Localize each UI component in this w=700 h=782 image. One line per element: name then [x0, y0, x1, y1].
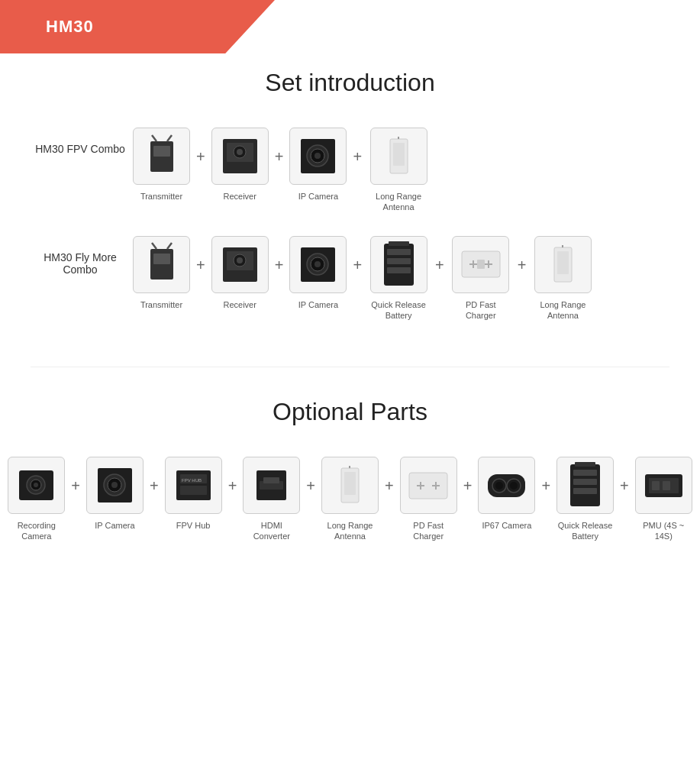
flymore-transmitter-label: Transmitter [140, 299, 182, 310]
opt-ipcamera-block: IP Camera [86, 457, 144, 531]
opt-recording-camera-block: Recording Camera [8, 457, 65, 542]
flymore-antenna-label: Long Range Antenna [532, 299, 593, 322]
svg-rect-57 [344, 472, 356, 495]
opt-plus-5: + [382, 457, 397, 495]
flymore-antenna-block: Long Range Antenna [532, 236, 593, 322]
svg-line-2 [167, 135, 172, 141]
svg-rect-31 [387, 267, 411, 273]
svg-line-1 [152, 135, 156, 141]
opt-ipcamera-label: IP Camera [95, 520, 134, 531]
svg-rect-29 [387, 249, 411, 255]
opt-antenna-block: Long Range Antenna [321, 457, 379, 542]
flymore-combo-label: HM30 Fly More Combo [31, 236, 130, 276]
svg-rect-72 [573, 479, 597, 485]
svg-point-44 [34, 483, 38, 487]
opt-recording-camera-label: Recording Camera [8, 520, 65, 542]
opt-plus-4: + [303, 457, 318, 495]
svg-rect-18 [153, 254, 170, 264]
fpv-ipcamera-block: IP Camera [289, 128, 347, 202]
opt-ipcamera-img [86, 457, 144, 514]
opt-ip67-img [478, 457, 535, 514]
fpv-ipcamera-img [289, 128, 347, 185]
opt-battery-img [556, 457, 614, 514]
opt-plus-8: + [617, 457, 632, 495]
svg-point-22 [237, 257, 243, 263]
main-content: Set introduction HM30 FPV Combo Transmi [0, 0, 700, 573]
svg-line-16 [152, 243, 156, 249]
plus-fm-1: + [193, 236, 208, 274]
fpv-antenna-label: Long Range Antenna [368, 191, 429, 213]
opt-plus-7: + [538, 457, 553, 495]
flymore-receiver-label: Receiver [223, 299, 256, 310]
opt-charger-label: PD Fast Charger [400, 520, 457, 542]
opt-ip67-label: IP67 Camera [482, 520, 531, 531]
set-intro-section: Set introduction HM30 FPV Combo Transmi [31, 69, 669, 321]
svg-rect-59 [409, 473, 447, 499]
opt-fpvhub-img: FPV HUB [165, 457, 222, 514]
fpv-combo-label: HM30 FPV Combo [31, 128, 130, 155]
opt-ip67-block: IP67 Camera [478, 457, 535, 531]
svg-point-48 [111, 482, 118, 488]
fpv-transmitter-img [133, 128, 190, 185]
fpv-combo-row: HM30 FPV Combo Transmitter + [31, 128, 669, 213]
flymore-charger-img [452, 236, 509, 293]
opt-charger-block: PD Fast Charger [400, 457, 457, 542]
svg-rect-39 [557, 251, 569, 274]
set-intro-title: Set introduction [31, 69, 669, 97]
opt-antenna-label: Long Range Antenna [321, 520, 379, 542]
optional-parts-row: Recording Camera + IP Camera + [31, 457, 669, 542]
svg-point-11 [315, 153, 321, 159]
plus-1: + [193, 128, 208, 166]
plus-fm-2: + [272, 236, 287, 274]
opt-battery-block: Quick Release Battery [556, 457, 614, 542]
fpv-ipcamera-label: IP Camera [298, 191, 338, 202]
optional-parts-title: Optional Parts [31, 398, 669, 426]
flymore-battery-img [370, 236, 427, 293]
opt-fpvhub-label: FPV Hub [176, 520, 211, 531]
svg-rect-30 [387, 258, 411, 264]
svg-point-66 [495, 482, 503, 490]
opt-charger-img [400, 457, 457, 514]
svg-rect-51 [180, 486, 207, 495]
flymore-combo-row: HM30 Fly More Combo Transmitter + [31, 236, 669, 322]
opt-plus-2: + [147, 457, 162, 495]
fpv-combo-items: Transmitter + Receiver + [130, 128, 432, 213]
opt-battery-label: Quick Release Battery [556, 520, 614, 542]
svg-rect-13 [393, 143, 405, 166]
plus-fm-3: + [350, 236, 365, 274]
opt-pmu-label: PMU (4S ~ 14S) [635, 520, 692, 542]
svg-rect-70 [575, 462, 595, 467]
svg-rect-76 [652, 481, 660, 490]
opt-pmu-block: PMU (4S ~ 14S) [635, 457, 692, 542]
flymore-ipcamera-block: IP Camera [289, 236, 347, 310]
plus-2: + [272, 128, 287, 166]
opt-hdmi-block: HDMI Converter [243, 457, 300, 542]
header-title: HM30 [46, 17, 94, 37]
fpv-antenna-block: Long Range Antenna [368, 128, 429, 213]
separator [31, 367, 669, 367]
fpv-transmitter-block: Transmitter [133, 128, 190, 202]
opt-antenna-img [321, 457, 379, 514]
fpv-receiver-img [211, 128, 269, 185]
svg-line-17 [167, 243, 172, 249]
fpv-receiver-label: Receiver [223, 191, 256, 202]
svg-rect-77 [663, 481, 670, 490]
opt-recording-camera-img [8, 457, 65, 514]
flymore-charger-block: PD Fast Charger [450, 236, 511, 322]
opt-plus-3: + [225, 457, 240, 495]
opt-hdmi-img [243, 457, 300, 514]
opt-plus-6: + [460, 457, 476, 495]
flymore-charger-label: PD Fast Charger [450, 299, 511, 322]
svg-rect-37 [477, 260, 485, 269]
svg-rect-3 [153, 146, 170, 157]
optional-parts-section: Optional Parts Recording Camera + [31, 398, 669, 542]
opt-hdmi-label: HDMI Converter [243, 520, 300, 542]
flymore-transmitter-img [133, 236, 190, 293]
flymore-combo-items: Transmitter + Receiver + [130, 236, 596, 322]
flymore-receiver-block: Receiver [211, 236, 269, 310]
flymore-transmitter-block: Transmitter [133, 236, 190, 310]
svg-rect-28 [389, 241, 409, 246]
flymore-battery-block: Quick Release Battery [368, 236, 429, 322]
svg-rect-71 [573, 470, 597, 476]
opt-fpvhub-block: FPV HUB FPV Hub [165, 457, 222, 531]
